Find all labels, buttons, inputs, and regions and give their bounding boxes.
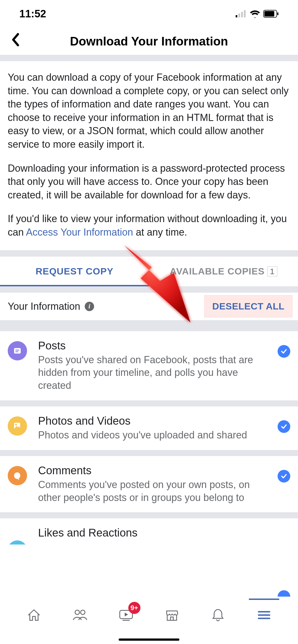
list-item-photos[interactable]: Photos and Videos Photos and videos you'… [0, 406, 298, 450]
item-desc: Comments you've posted on your own posts… [38, 478, 267, 504]
item-title: Photos and Videos [38, 415, 267, 427]
page-title: Download Your Information [0, 34, 298, 48]
nav-friends[interactable] [69, 604, 91, 626]
list-item-posts[interactable]: Posts Posts you've shared on Facebook, p… [0, 331, 298, 400]
svg-rect-7 [14, 348, 21, 354]
tab-request-copy[interactable]: REQUEST COPY [0, 257, 149, 286]
tabs: REQUEST COPY AVAILABLE COPIES 1 [0, 256, 298, 287]
item-title: Likes and Reactions [38, 527, 290, 539]
divider [0, 512, 298, 518]
battery-icon [263, 10, 279, 18]
svg-rect-6 [277, 12, 278, 15]
svg-rect-1 [238, 14, 240, 17]
svg-rect-3 [244, 10, 246, 17]
back-button[interactable] [11, 32, 19, 50]
status-time: 11:52 [19, 8, 46, 20]
intro-paragraph-2: Downloading your information is a passwo… [8, 162, 290, 202]
nav-notifications[interactable] [207, 604, 229, 626]
wifi-icon [249, 10, 260, 18]
svg-point-11 [15, 424, 17, 425]
item-desc: Posts you've shared on Facebook, posts t… [38, 354, 267, 392]
info-icon[interactable]: i [85, 302, 94, 311]
status-bar: 11:52 [0, 0, 298, 28]
list-item-comments[interactable]: Comments Comments you've posted on your … [0, 456, 298, 513]
intro-paragraph-1: You can download a copy of your Facebook… [8, 71, 290, 151]
svg-rect-8 [15, 350, 19, 351]
intro-text: You can download a copy of your Facebook… [0, 61, 298, 250]
photos-icon [8, 416, 27, 436]
watch-badge: 9+ [128, 602, 140, 614]
home-indicator [119, 638, 179, 641]
item-title: Comments [38, 464, 267, 477]
svg-point-13 [81, 610, 85, 615]
divider [0, 55, 298, 61]
list-item-likes[interactable]: Likes and Reactions [0, 518, 298, 545]
divider [0, 400, 298, 406]
svg-rect-5 [264, 11, 274, 17]
your-information-header: Your Information i DESELECT ALL [0, 293, 298, 320]
deselect-all-button[interactable]: DESELECT ALL [204, 295, 292, 317]
check-icon [278, 470, 290, 483]
posts-icon [8, 341, 27, 360]
svg-rect-2 [241, 12, 243, 17]
item-desc: Photos and videos you've uploaded and sh… [38, 429, 267, 442]
check-icon [278, 590, 290, 597]
cell-signal-icon [236, 10, 247, 17]
nav-menu[interactable] [253, 604, 275, 626]
divider [0, 320, 298, 326]
nav-watch[interactable]: 9+ [115, 604, 137, 626]
bottom-nav: 9+ [0, 597, 298, 633]
access-information-link[interactable]: Access Your Information [26, 227, 133, 238]
svg-rect-9 [15, 351, 18, 352]
likes-icon [8, 540, 27, 545]
status-icons [236, 10, 279, 18]
nav-marketplace[interactable] [161, 604, 183, 626]
divider [0, 287, 298, 293]
svg-point-12 [75, 610, 79, 615]
divider [0, 450, 298, 456]
divider [0, 250, 298, 256]
page-header: Download Your Information [0, 28, 298, 55]
item-title: Posts [38, 339, 267, 352]
section-title: Your Information [8, 301, 80, 312]
tab-available-copies[interactable]: AVAILABLE COPIES 1 [149, 257, 298, 286]
check-icon [278, 420, 290, 433]
intro-paragraph-3: If you'd like to view your information w… [8, 212, 290, 239]
comments-icon [8, 466, 27, 485]
available-copies-count: 1 [267, 266, 277, 276]
svg-rect-0 [236, 15, 237, 17]
nav-home[interactable] [23, 604, 45, 626]
check-icon [278, 345, 290, 358]
